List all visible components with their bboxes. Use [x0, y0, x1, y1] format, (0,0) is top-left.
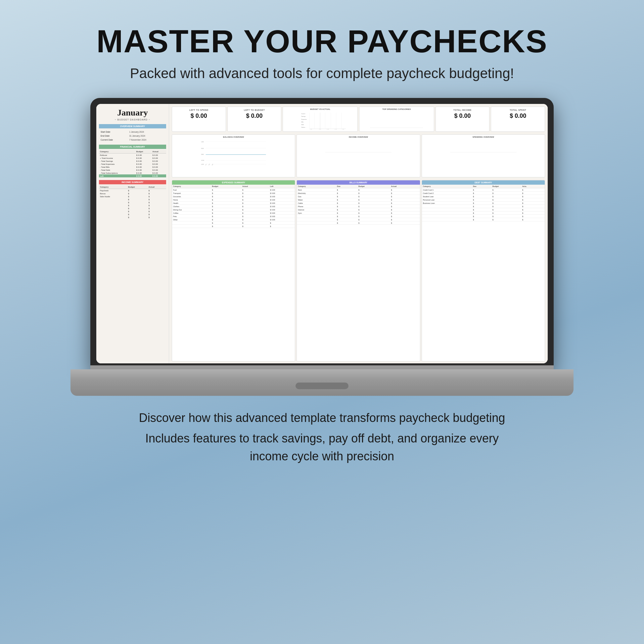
income-table: CategoryBudgetActual Paycheck$$ Bonus$$ …	[99, 185, 166, 219]
debt-table: CategoryDueBudgetActu. Credit Card 1$$$ …	[422, 185, 545, 221]
svg-text:-1.00: -1.00	[201, 163, 204, 165]
left-to-budget-label: LEFT TO BUDGET	[231, 109, 278, 111]
svg-text:0.50: 0.50	[201, 148, 204, 149]
svg-text:Expenses: Expenses	[301, 119, 307, 120]
left-to-spend-card: LEFT TO SPEND $ 0.00	[172, 107, 226, 132]
income-overview-panel: INCOME OVERVIEW	[297, 134, 420, 177]
income-summary-title: INCOME SUMMARY	[99, 180, 166, 184]
bills-summary-title: BILLS SUMMARY	[297, 180, 420, 185]
svg-text:-1.00: -1.00	[310, 129, 312, 129]
svg-text:1.00: 1.00	[342, 129, 344, 129]
balance-overview-panel: BALANCE OVERVIEW 1.00 0.50 0.00 -0.50 -1…	[172, 134, 295, 177]
overview-summary-title: OVERVIEW SUMMARY	[99, 124, 166, 128]
budget-vs-actual-svg: Income Savings Expenses Bills Debt Subsc…	[285, 111, 355, 129]
top-spending-title: TOP SPENDING CATEGORIES	[361, 108, 432, 110]
svg-text:0.00: 0.00	[327, 129, 329, 129]
bottom-text-2: Includes features to track savings, pay …	[139, 430, 505, 465]
overview-table: Start Date1 January 2024 End Date31 Janu…	[99, 129, 166, 142]
svg-text:Jan: Jan	[205, 163, 207, 165]
laptop-screen: January ~ BUDGET DASHBOARD ~ OVERVIEW SU…	[90, 98, 554, 369]
laptop-notch	[296, 383, 348, 389]
svg-text:Feb: Feb	[208, 163, 210, 165]
total-spent-label: TOTAL SPENT	[494, 109, 541, 111]
left-to-budget-card: LEFT TO BUDGET $ 0.00	[227, 107, 282, 132]
total-income-label: TOTAL INCOME	[439, 109, 486, 111]
bills-summary-panel: BILLS SUMMARY CategoryDueBudgetActual Re…	[297, 180, 420, 361]
left-to-budget-value: $ 0.00	[231, 113, 278, 119]
bottom-text-1: Discover how this advanced template tran…	[139, 409, 505, 427]
financial-table: CategoryBudgetActual Rollover$ 0.00$ 0.0…	[99, 150, 166, 177]
total-income-card: TOTAL INCOME $ 0.00	[436, 107, 490, 132]
month-title: January	[99, 108, 166, 118]
total-income-value: $ 0.00	[439, 113, 486, 119]
bottom-section: Discover how this advanced template tran…	[139, 409, 505, 468]
svg-text:Debt: Debt	[301, 124, 304, 125]
total-spent-value: $ 0.00	[494, 113, 541, 119]
top-spending-svg	[361, 111, 432, 129]
income-chart-svg	[299, 139, 418, 165]
svg-text:Savings: Savings	[301, 116, 306, 117]
spending-overview-title: SPENDING OVERVIEW	[424, 136, 543, 138]
debt-summary-title: DEBT SUMMARY	[422, 180, 545, 185]
budget-label: ~ BUDGET DASHBOARD ~	[99, 118, 166, 121]
total-spent-card: TOTAL SPENT $ 0.00	[491, 107, 545, 132]
left-panel: January ~ BUDGET DASHBOARD ~ OVERVIEW SU…	[96, 104, 169, 363]
top-spending-card: TOP SPENDING CATEGORIES	[359, 107, 434, 132]
right-panel: LEFT TO SPEND $ 0.00 LEFT TO BUDGET $ 0.…	[169, 104, 548, 363]
budget-vs-actual-card: BUDGET VS ACTUAL Income Savings Expenses…	[283, 107, 358, 132]
page-subtitle: Packed with advanced tools for complete …	[130, 66, 514, 81]
left-to-spend-value: $ 0.00	[175, 113, 222, 119]
spending-chart-svg	[424, 139, 543, 165]
income-overview-title: INCOME OVERVIEW	[299, 136, 418, 138]
spending-overview-panel: SPENDING OVERVIEW	[422, 134, 545, 177]
svg-text:0.00: 0.00	[201, 154, 204, 155]
svg-text:-0.50: -0.50	[201, 160, 205, 161]
budget-vs-actual-title: BUDGET VS ACTUAL	[285, 108, 355, 110]
svg-text:Bills: Bills	[301, 121, 304, 123]
svg-text:1.00: 1.00	[201, 141, 204, 143]
bills-table: CategoryDueBudgetActual Rent$$$ Electric…	[297, 185, 420, 225]
svg-text:0.50: 0.50	[335, 129, 337, 129]
svg-text:-0.50: -0.50	[319, 129, 321, 129]
svg-text:Subscr...: Subscr...	[301, 127, 306, 128]
debt-summary-panel: DEBT SUMMARY CategoryDueBudgetActu. Cred…	[422, 180, 545, 361]
spreadsheet-content: January ~ BUDGET DASHBOARD ~ OVERVIEW SU…	[96, 104, 548, 363]
financial-summary-title: FINANCIAL SUMMARY	[99, 145, 166, 149]
svg-text:Mar: Mar	[211, 163, 213, 165]
laptop-mockup: January ~ BUDGET DASHBOARD ~ OVERVIEW SU…	[70, 98, 574, 396]
charts-row: BALANCE OVERVIEW 1.00 0.50 0.00 -0.50 -1…	[169, 133, 548, 179]
svg-text:Income: Income	[301, 113, 305, 115]
expenses-summary-title: EXPENSES SUMMARY	[172, 180, 295, 185]
left-to-spend-label: LEFT TO SPEND	[175, 109, 222, 111]
expenses-table: CategoryBudgetActualLeft Fuel$$$ 0.00 Tr…	[172, 185, 295, 228]
balance-overview-title: BALANCE OVERVIEW	[174, 136, 293, 138]
metrics-row: LEFT TO SPEND $ 0.00 LEFT TO BUDGET $ 0.…	[169, 104, 548, 133]
balance-chart-svg: 1.00 0.50 0.00 -0.50 -1.00	[174, 139, 293, 165]
summaries-row: EXPENSES SUMMARY CategoryBudgetActualLef…	[169, 179, 548, 363]
page-title: MASTER YOUR PAYCHECKS	[96, 23, 547, 60]
laptop-base	[70, 369, 574, 396]
expenses-summary-panel: EXPENSES SUMMARY CategoryBudgetActualLef…	[172, 180, 295, 361]
